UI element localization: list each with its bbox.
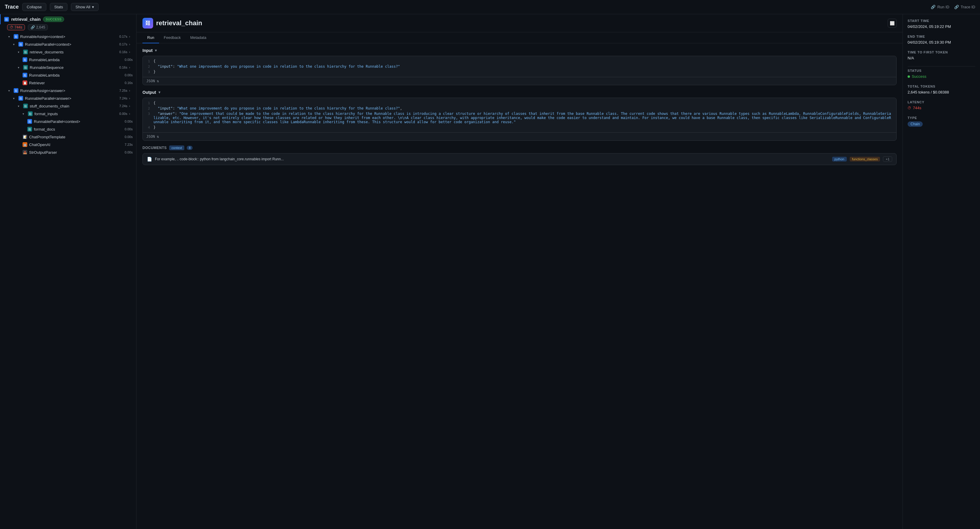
node-time: 0.00s (125, 150, 133, 154)
tab-feedback[interactable]: Feedback (159, 32, 186, 43)
expand-icon: › (129, 97, 133, 100)
link-icon: 🔗 (931, 5, 935, 9)
node-label: stuff_documents_chain (30, 104, 69, 108)
tree-item[interactable]: ▾ ⛓ format_inputs 0.00s › (0, 110, 136, 118)
tab-run[interactable]: Run (142, 32, 159, 43)
input-section: Input ▾ 1 { 2 "input": "What one improve… (142, 48, 897, 85)
code-footer[interactable]: JSON ⇅ (143, 77, 896, 85)
node-icon: ⛓ (22, 57, 27, 62)
expand-panel-button[interactable]: ⬜ (888, 19, 897, 28)
output-section-header[interactable]: Output ▾ (142, 90, 897, 95)
chevron-icon: ▾ (13, 43, 17, 46)
node-time: 0.00s (125, 135, 133, 139)
node-label: RunnableAssign<answer> (20, 88, 65, 93)
node-time: 7.25s (119, 89, 127, 92)
line-content: { (153, 101, 896, 105)
panel-title: ⛓ retrieval_chain (142, 18, 202, 29)
node-label: RunnableLambda (29, 57, 60, 62)
node-time: 0.00s (125, 73, 133, 77)
expand-icon: › (129, 51, 133, 54)
documents-section: DOCUMENTS context 8 📄 For example, .. co… (142, 145, 897, 165)
chevron-down-icon: ▾ (92, 5, 94, 9)
node-time: 0.00s (125, 58, 133, 61)
node-icon: 📝 (22, 134, 27, 139)
node-time: 0.16s (125, 81, 133, 84)
root-time-badge: ⏱ 744s (7, 24, 25, 30)
tree-item[interactable]: ⛓ RunnableLambda 0.00s (0, 71, 136, 79)
tree-item[interactable]: ▾ ⛓ RunnableParallel<context> 0.17s › (0, 40, 136, 48)
collapse-button[interactable]: Collapse (22, 3, 46, 11)
input-code-body: 1 { 2 "input": "What one improvement do … (143, 56, 896, 77)
trace-id-link[interactable]: 🔗 Trace ID (954, 5, 975, 9)
chevron-down-icon: ▾ (155, 48, 157, 53)
line-number: 1 (143, 101, 153, 105)
node-time: 7.23s (125, 143, 133, 147)
line-content: { (153, 59, 896, 63)
node-icon: ⛓ (18, 42, 23, 46)
right-panel: START TIME 04/02/2024, 05:19:22 PM END T… (903, 14, 980, 529)
output-code-footer[interactable]: JSON ⇅ (143, 132, 896, 140)
node-icon: ⛓ (27, 127, 32, 132)
python-tag: python (832, 157, 847, 161)
latency-value: ⏱ 744s (908, 106, 975, 110)
expand-icon: › (129, 43, 133, 46)
stats-button[interactable]: Stats (50, 3, 68, 11)
chevron-icon: ▾ (18, 66, 21, 69)
node-time: 0.17s (119, 35, 127, 38)
node-time: 7.24s (119, 97, 127, 100)
line-content: } (153, 70, 896, 74)
tree-item[interactable]: ⛓ format_docs 0.00s (0, 125, 136, 133)
left-sidebar: ⛓ retrieval_chain SUCCESS ⏱ 744s 🔗 2,645… (0, 14, 137, 529)
input-code-block: 1 { 2 "input": "What one improvement do … (142, 56, 897, 85)
tree-item[interactable]: ▾ ⛓ RunnableParallel<answer> 7.24s › (0, 94, 136, 102)
tree-item[interactable]: ▾ ⛓ RunnableAssign<context> 0.17s › (0, 33, 136, 40)
tree-item[interactable]: 📝 ChatPromptTemplate 0.00s (0, 133, 136, 141)
tree-item[interactable]: ▾ ⛓ RunnableAssign<answer> 7.25s › (0, 87, 136, 94)
end-time-section: END TIME 04/02/2024, 05:19:30 PM (908, 35, 975, 45)
tab-metadata[interactable]: Metadata (186, 32, 211, 43)
clock-icon: ⏱ (10, 25, 13, 29)
chain-icon: ⛓ (142, 18, 153, 29)
tree-root-item[interactable]: ⛓ retrieval_chain SUCCESS (0, 14, 136, 24)
chevron-icon: ▾ (18, 51, 21, 54)
tree-item[interactable]: 📋 Retriever 0.16s (0, 79, 136, 87)
tree-item[interactable]: ▾ ⛓ RunnableSequence 0.16s › (0, 64, 136, 71)
line-number: 4 (143, 125, 153, 129)
main-layout: ⛓ retrieval_chain SUCCESS ⏱ 744s 🔗 2,645… (0, 14, 980, 529)
status-section: STATUS Success (908, 69, 975, 79)
tree-item[interactable]: 📤 StrOutputParser 0.00s (0, 148, 136, 156)
run-id-link[interactable]: 🔗 Run ID (931, 5, 949, 9)
chain-icon: ⛓ (4, 17, 9, 22)
code-line: 3 "answer": "One improvement that could … (143, 111, 896, 125)
code-line: 3 } (143, 69, 896, 75)
node-label: format_inputs (34, 112, 58, 116)
tree-item[interactable]: ⛓ RunnableParallel<context> 0.00s (0, 118, 136, 125)
node-icon: ⛓ (28, 112, 33, 116)
tree-item[interactable]: ▾ ⛓ stuff_documents_chain 7.24s › (0, 102, 136, 110)
tree-item[interactable]: 🤖 ChatOpenAI 7.23s (0, 141, 136, 148)
status-value: Success (908, 74, 975, 79)
expand-icon: › (129, 105, 133, 108)
tree-item[interactable]: ⛓ RunnableLambda 0.00s (0, 56, 136, 64)
node-icon: ⛓ (27, 119, 32, 124)
code-line: 2 "input": "What one improvement do you … (143, 106, 896, 111)
node-icon: 📋 (22, 80, 27, 85)
link-icon: 🔗 (954, 5, 959, 9)
tree-item[interactable]: ▾ ⛓ retrieve_documents 0.16s › (0, 48, 136, 56)
node-label: retrieve_documents (30, 50, 64, 54)
node-label: RunnableAssign<context> (20, 34, 65, 39)
green-dot-icon (908, 75, 910, 78)
code-line: 1 { (143, 100, 896, 106)
node-icon: ⛓ (23, 104, 28, 108)
node-icon: 🤖 (22, 142, 27, 147)
show-all-button[interactable]: Show All ▾ (71, 3, 99, 11)
expand-icon: › (129, 89, 133, 92)
node-label: ChatPromptTemplate (29, 135, 65, 139)
node-time: 0.16s (119, 50, 127, 54)
node-icon: ⛓ (14, 88, 18, 93)
input-section-header[interactable]: Input ▾ (142, 48, 897, 53)
node-label: RunnableParallel<context> (34, 120, 80, 124)
tree-nodes: ▾ ⛓ RunnableAssign<context> 0.17s › ▾ ⛓ … (0, 33, 136, 156)
code-line: 1 { (143, 59, 896, 64)
sort-icon: ⇅ (157, 134, 159, 139)
